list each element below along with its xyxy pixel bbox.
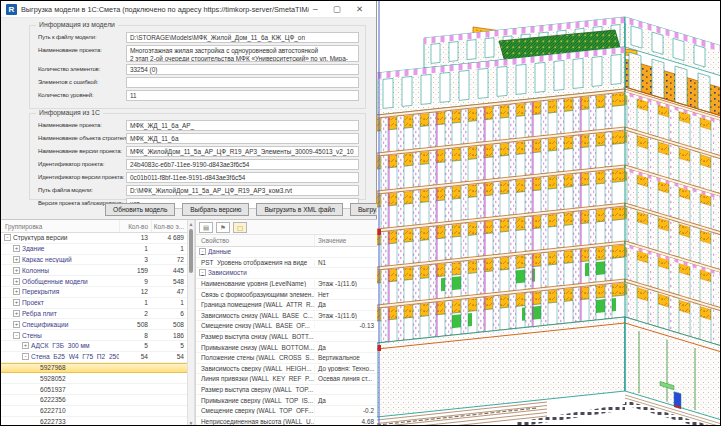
tree-row[interactable]: +Проект11 xyxy=(1,298,187,309)
props-col-value[interactable]: Значение xyxy=(314,235,377,246)
property-group-row[interactable]: -Зависимости xyxy=(196,268,377,279)
tree-row[interactable]: 6051937 xyxy=(1,384,187,395)
tree-node-label[interactable]: 6222733 xyxy=(40,418,66,425)
props-header[interactable]: Свойство Значение xyxy=(196,235,377,247)
field-value[interactable]: МФК_ЖД_11_6а xyxy=(126,133,359,144)
tree-row[interactable]: 6222710 xyxy=(1,406,187,417)
expand-icon[interactable]: + xyxy=(13,321,20,328)
scroll-up-icon[interactable]: ▲ xyxy=(188,220,194,228)
tree-row[interactable]: +Ребра плит26 xyxy=(1,309,187,320)
field-value[interactable]: 24b4083c-e6b7-11ee-9190-d843ae3f6c54 xyxy=(126,159,359,170)
property-row[interactable]: Смещение сверху (WALL_TOP_OFF...-0.2 xyxy=(196,406,377,417)
maximize-icon[interactable]: ▢ xyxy=(333,4,341,14)
field-value[interactable]: 0c01b011-f8bf-11ee-9191-d843ae3f6c54 xyxy=(126,172,359,183)
tree-node-label[interactable]: Спецификации xyxy=(22,321,68,328)
collapse-icon[interactable]: - xyxy=(22,353,29,360)
collapse-icon[interactable]: - xyxy=(199,248,206,255)
flag-filter-icon[interactable]: ⚑ xyxy=(216,222,230,233)
tree-row[interactable]: -Структура версии134 689 xyxy=(1,233,187,244)
tree-row[interactable]: +Спецификации508508 xyxy=(1,319,187,330)
tree-node-label[interactable]: Здание xyxy=(22,245,45,252)
property-row[interactable]: Смещение снизу (WALL_BASE_OF...-0.13 xyxy=(196,321,377,332)
tree-node-label[interactable]: Перекрытия xyxy=(22,288,59,295)
tree-row[interactable]: +АДСК_ГЗБ_300 мм55 xyxy=(1,341,187,352)
property-row[interactable]: Связь с формообразующими элемен...Нет xyxy=(196,289,377,300)
tree-node-label[interactable]: Структура версии xyxy=(13,234,68,241)
tree-col-count-elems[interactable]: Кол-во э... xyxy=(151,220,187,232)
tree-node-label[interactable]: Проект xyxy=(22,299,44,306)
property-row[interactable]: PST_Уровень отображения на видеN1 xyxy=(196,258,377,269)
tree-scrollbar[interactable]: ▲ ▼ xyxy=(187,220,195,426)
expand-icon[interactable]: + xyxy=(13,256,20,263)
tree-col-grouping[interactable]: Группировка xyxy=(1,223,119,230)
tree-node-label[interactable]: 5928052 xyxy=(40,375,66,382)
property-row[interactable]: Положение стены (WALL_CROSS_S...Вертикал… xyxy=(196,353,377,364)
expand-icon[interactable]: + xyxy=(13,288,20,295)
tree-row[interactable]: 6222733 xyxy=(1,417,187,426)
field-value[interactable]: 33254 (0) xyxy=(126,64,359,75)
categorized-view-icon[interactable]: ▤ xyxy=(199,222,213,233)
tree-row[interactable]: -Стены8186 xyxy=(1,330,187,341)
tree-row[interactable]: 5928052 xyxy=(1,373,187,384)
collapse-icon[interactable]: - xyxy=(13,332,20,339)
tree-row[interactable]: +Каркас несущий372 xyxy=(1,255,187,266)
field-value[interactable]: D:\STORAGE\Models\МФК_Жилой_Дом_11_6а_КЖ… xyxy=(126,32,359,43)
tree-header[interactable]: Группировка Кол-во Кол-во э... xyxy=(1,220,187,233)
property-row[interactable]: Примыкание снизу (WALL_BOTTOM...Да xyxy=(196,342,377,353)
property-row[interactable]: Размер выступа снизу (WALL_BOTT... xyxy=(196,332,377,343)
tree-node-label[interactable]: Стена_Б25_W4_Г75_П2_250 xyxy=(31,353,119,360)
tree-row[interactable]: +Здание11 xyxy=(1,244,187,255)
tree-row[interactable]: 6222356 xyxy=(1,395,187,406)
scrollbar-thumb[interactable] xyxy=(189,229,193,273)
scroll-down-icon[interactable]: ▼ xyxy=(188,419,194,426)
model-3d-canvas[interactable] xyxy=(377,1,721,426)
export-xml-button[interactable]: Выгрузить в XML файл xyxy=(256,203,343,216)
property-row[interactable]: Неприсоединенная высота (WALL_U...4.68 xyxy=(196,417,377,426)
tree-node-label[interactable]: Колонны xyxy=(22,267,49,274)
minimize-icon[interactable]: – xyxy=(313,4,318,14)
collapse-icon[interactable]: - xyxy=(4,234,11,241)
tree-node-label[interactable]: 5927968 xyxy=(40,364,66,371)
select-version-button[interactable]: Выбрать версию xyxy=(182,203,249,216)
model-3d-view[interactable] xyxy=(377,1,721,426)
field-value[interactable]: Многоэтажная жилая застройка с одноуровн… xyxy=(126,45,359,62)
expand-icon[interactable]: + xyxy=(13,299,20,306)
property-row[interactable]: Граница помещения (WALL_ATTR_R...Да xyxy=(196,300,377,311)
tree-row[interactable]: +Перекрытия1247 xyxy=(1,287,187,298)
field-value[interactable]: МФК_ЖД_11_6а_АР_ xyxy=(126,120,359,131)
expand-icon[interactable]: + xyxy=(22,342,29,349)
tree-row[interactable]: +Колонны159445 xyxy=(1,265,187,276)
tree-node-label[interactable]: 6222710 xyxy=(40,407,66,414)
tree-col-count[interactable]: Кол-во xyxy=(119,220,151,232)
tree-node-label[interactable]: Ребра плит xyxy=(22,310,57,317)
field-value[interactable]: D:\МФК_ЖилойДом_11_5а_АР_ЦФ_R19_АР3_ком3… xyxy=(126,185,359,196)
property-row[interactable]: Зависимость снизу (WALL_BASE_C...Этаж -1… xyxy=(196,311,377,322)
property-row[interactable]: Размер выступа сверху (WALL_TOP... xyxy=(196,385,377,396)
refresh-model-button[interactable]: Обновить модель xyxy=(105,203,175,216)
tree-node-label[interactable]: Обобщенные модели xyxy=(22,278,88,285)
tree-row-selected[interactable]: 5927968 xyxy=(1,363,187,374)
expand-icon[interactable]: + xyxy=(13,267,20,274)
tree-node-label[interactable]: Каркас несущий xyxy=(22,256,72,263)
tree-node-label[interactable]: 6222356 xyxy=(40,396,66,403)
property-row[interactable]: Примыкание сверху (WALL_TOP_IS...Да xyxy=(196,395,377,406)
tree-node-label[interactable]: Стены xyxy=(22,332,42,339)
tree-row[interactable]: +Обобщенные модели9548 xyxy=(1,276,187,287)
close-icon[interactable]: ✕ xyxy=(356,4,363,14)
expand-icon[interactable]: + xyxy=(13,310,20,317)
property-group-row[interactable]: -Данные xyxy=(196,247,377,258)
tree-node-label[interactable]: АДСК_ГЗБ_300 мм xyxy=(31,342,90,349)
props-col-property[interactable]: Свойство xyxy=(196,237,314,244)
tree-row[interactable]: -Стена_Б25_W4_Г75_П2_2505454 xyxy=(1,352,187,363)
tree-node-label[interactable]: 6051937 xyxy=(40,386,66,393)
field-value[interactable]: МФК_ЖилойДом_11_5а_АР_ЦФ_R19_АР3_Элемент… xyxy=(126,146,359,157)
export-file-icon[interactable]: ▢ xyxy=(233,222,247,233)
dialog-titlebar[interactable]: R Выгрузка модели в 1С:Смета (подключено… xyxy=(1,1,376,18)
expand-icon[interactable]: + xyxy=(13,245,20,252)
property-row[interactable]: Зависимость сверху (WALL_HEIGH...До уров… xyxy=(196,364,377,375)
property-row[interactable]: Наименование уровня (LevelName)Этаж -1(1… xyxy=(196,279,377,290)
expand-icon[interactable]: + xyxy=(13,278,20,285)
property-row[interactable]: Линия привязки (WALL_KEY_REF_P...Осевая … xyxy=(196,374,377,385)
collapse-icon[interactable]: - xyxy=(199,269,206,276)
field-value[interactable]: 11 xyxy=(126,90,359,101)
